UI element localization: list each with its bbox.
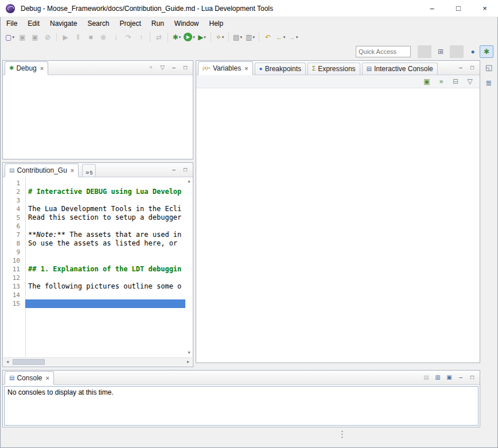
terminate-button[interactable]: ■ <box>84 31 97 44</box>
resume-button[interactable]: ▶ <box>59 31 72 44</box>
editor-line[interactable]: 12 <box>3 274 185 282</box>
external-tools-button[interactable]: ▶ <box>196 31 208 44</box>
line-number: 5 <box>3 213 25 222</box>
hscroll-thumb[interactable] <box>13 359 45 365</box>
tab-expressions[interactable]: Σ Expressions <box>308 63 360 75</box>
menu-edit[interactable]: Edit <box>22 18 45 29</box>
previous-annotation-button[interactable]: ▥ <box>244 31 256 44</box>
line-number: 7 <box>3 231 25 239</box>
editor-line[interactable]: 7**Note:** The assets that are used in <box>3 231 185 239</box>
minimize-button[interactable]: – <box>419 0 445 17</box>
search-wand-button[interactable]: ✧ <box>213 31 226 44</box>
minimize-view-button[interactable]: – <box>456 372 466 383</box>
back-button[interactable]: ← <box>274 31 287 44</box>
menu-window[interactable]: Window <box>169 18 204 29</box>
maximize-view-button[interactable]: □ <box>180 165 190 175</box>
forward-button[interactable]: → <box>287 31 299 44</box>
use-step-filters-button[interactable]: ⇄ <box>153 31 165 44</box>
lua-perspective-button[interactable]: ● <box>466 45 480 58</box>
editor-vscrollbar[interactable]: ▴ ▾ <box>185 177 193 357</box>
step-into-button[interactable]: ↓ <box>110 31 122 44</box>
close-tab-icon[interactable]: × <box>40 65 44 72</box>
step-return-button[interactable]: ↑ <box>135 31 147 44</box>
close-tab-icon[interactable]: × <box>45 375 49 381</box>
menu-run[interactable]: Run <box>146 18 169 29</box>
run-button[interactable]: ▶ <box>183 31 196 44</box>
editor-content[interactable]: 12# Interactive DEBUG using Lua Develop3… <box>3 177 193 367</box>
new-button[interactable]: ▢ <box>3 31 16 44</box>
minimize-view-button[interactable]: – <box>456 63 466 73</box>
minimize-view-button[interactable]: – <box>169 63 179 73</box>
minimize-view-button[interactable]: – <box>169 165 179 175</box>
scroll-right-icon[interactable]: ▸ <box>184 360 192 364</box>
menu-navigate[interactable]: Navigate <box>45 18 82 29</box>
close-tab-icon[interactable]: × <box>71 167 74 174</box>
next-annotation-button[interactable]: ▤ <box>231 31 244 44</box>
tab-debug[interactable]: ✱ Debug × <box>5 61 48 75</box>
editor-hscrollbar[interactable]: ◂ ▸ <box>3 357 192 366</box>
tab-overflow-chevron[interactable]: » 5 <box>82 164 96 177</box>
view-menu-button[interactable]: ▽ <box>464 75 476 88</box>
tab-variables[interactable]: (x)= Variables × <box>198 61 253 75</box>
editor-line[interactable]: 6 <box>3 222 185 231</box>
step-over-button[interactable]: ↷ <box>122 31 135 44</box>
view-menu-button[interactable]: ▽ <box>157 63 168 73</box>
remove-terminated-button[interactable]: × <box>146 63 156 73</box>
skip-all-breakpoints-button[interactable]: ⊘ <box>41 31 54 44</box>
open-perspective-button[interactable]: ⊞ <box>434 45 448 58</box>
scroll-left-icon[interactable]: ◂ <box>3 360 11 364</box>
outline-view-button[interactable]: ≣ <box>483 76 495 89</box>
menu-file[interactable]: File <box>1 18 22 29</box>
tab-contribution-guide[interactable]: ▤ Contribution_Gu × <box>5 163 79 177</box>
open-console-button[interactable]: ▣ <box>444 372 454 383</box>
maximize-view-button[interactable]: □ <box>180 63 190 73</box>
editor-lines[interactable]: 12# Interactive DEBUG using Lua Develop3… <box>3 177 185 357</box>
tab-label: Expressions <box>318 65 355 72</box>
display-selected-console-button[interactable]: ▥ <box>433 372 443 383</box>
maximize-view-button[interactable]: □ <box>467 63 477 73</box>
last-edit-location-button[interactable]: ↶ <box>262 31 274 44</box>
suspend-button[interactable]: ‖ <box>72 31 84 44</box>
scroll-up-icon[interactable]: ▴ <box>188 179 190 184</box>
editor-line[interactable]: 14 <box>3 291 185 299</box>
save-all-button[interactable]: ▣ <box>29 31 41 44</box>
quick-access-input[interactable] <box>356 46 411 57</box>
editor-line[interactable]: 5Read this section to setup a debugger <box>3 213 185 222</box>
close-tab-icon[interactable]: × <box>244 65 248 72</box>
editor-line[interactable]: 8So use the assets as listed here, or <box>3 239 185 248</box>
editor-line[interactable]: 11## 1. Explanation of the LDT debuggin <box>3 265 185 274</box>
line-text: So use the assets as listed here, or <box>25 239 185 248</box>
show-logical-structures-button[interactable]: ▣ <box>421 75 433 88</box>
debug-button[interactable]: ✱ <box>170 31 183 44</box>
menu-help[interactable]: Help <box>204 18 229 29</box>
editor-line[interactable]: 3 <box>3 196 185 205</box>
restore-views-button[interactable]: ◱ <box>483 61 495 73</box>
menu-project[interactable]: Project <box>114 18 146 29</box>
editor-line[interactable]: 15 <box>3 299 185 308</box>
hidden-tab-count: 5 <box>90 170 92 176</box>
tab-interactive-console[interactable]: ▤ Interactive Console <box>362 63 438 75</box>
maximize-view-button[interactable]: □ <box>467 372 477 383</box>
show-columns-button[interactable]: » <box>435 75 448 88</box>
line-text: The Lua Development Tools in the Ecli <box>25 205 185 213</box>
collapse-all-button[interactable]: ⊟ <box>449 75 462 88</box>
line-number: 2 <box>3 188 25 196</box>
tab-breakpoints[interactable]: ● Breakpoints <box>255 63 306 75</box>
menu-search[interactable]: Search <box>82 18 114 29</box>
editor-line[interactable]: 2# Interactive DEBUG using Lua Develop <box>3 188 185 196</box>
maximize-button[interactable]: □ <box>445 0 472 17</box>
trim-drag-handle[interactable]: ⋮ <box>338 430 347 438</box>
editor-line[interactable]: 13The following pictures outline some o <box>3 282 185 291</box>
close-button[interactable]: × <box>472 0 498 17</box>
scroll-down-icon[interactable]: ▾ <box>188 350 190 355</box>
disconnect-button[interactable]: ⊗ <box>97 31 110 44</box>
debug-perspective-button[interactable]: ✱ <box>480 45 493 58</box>
editor-line[interactable]: 4The Lua Development Tools in the Ecli <box>3 205 185 213</box>
editor-line[interactable]: 1 <box>3 179 185 188</box>
pin-console-button[interactable]: ▤ <box>421 372 431 383</box>
tab-console[interactable]: ▤ Console × <box>5 371 54 385</box>
editor-line[interactable]: 9 <box>3 248 185 256</box>
editor-line[interactable]: 10 <box>3 256 185 265</box>
console-tabs: ▤ Console × <box>3 371 54 384</box>
save-button[interactable]: ▣ <box>16 31 29 44</box>
